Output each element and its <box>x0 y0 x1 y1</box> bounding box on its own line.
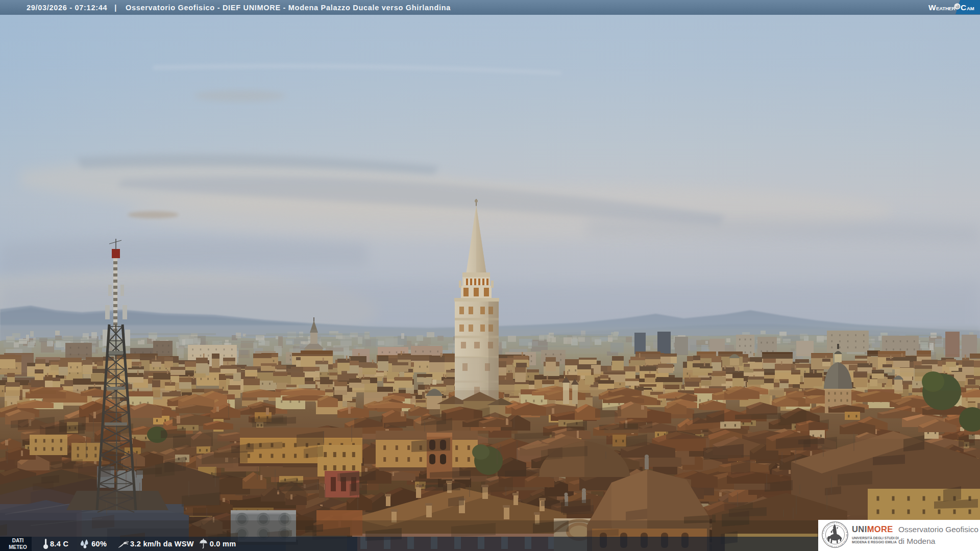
svg-text:C: C <box>961 3 966 12</box>
svg-text:Osservatorio Geofisico: Osservatorio Geofisico <box>898 525 978 534</box>
svg-text:W: W <box>928 3 936 12</box>
svg-text:UNIVERSITÀ DEGLI STUDI DI: UNIVERSITÀ DEGLI STUDI DI <box>852 536 899 540</box>
svg-text:MODENA E REGGIO EMILIA: MODENA E REGGIO EMILIA <box>852 540 897 544</box>
svg-text:UNIMORE: UNIMORE <box>852 524 893 534</box>
svg-text:AM: AM <box>967 6 974 11</box>
svg-text:EATHER: EATHER <box>936 6 955 11</box>
svg-text:di Modena: di Modena <box>898 537 936 545</box>
